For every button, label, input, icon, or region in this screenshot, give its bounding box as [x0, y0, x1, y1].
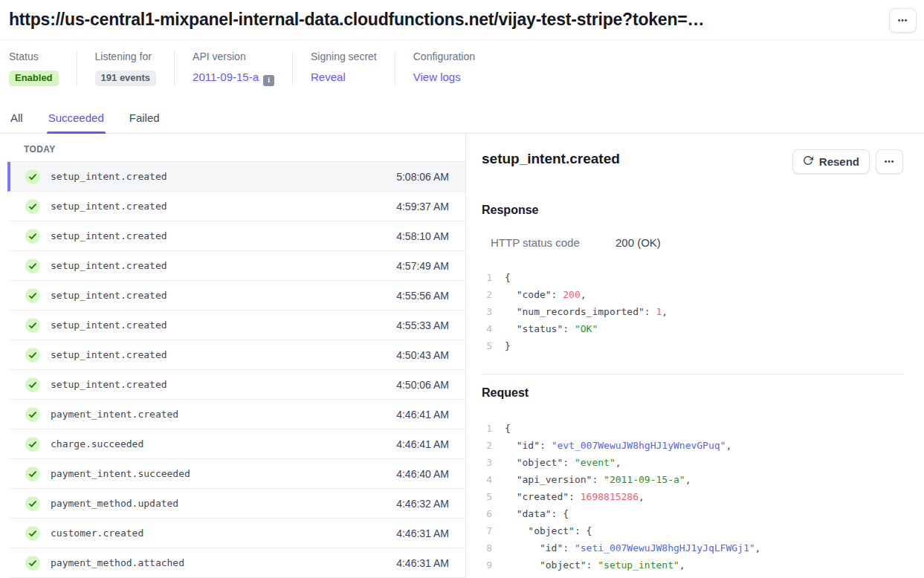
- code-text: }: [505, 337, 511, 354]
- endpoint-meta-row: StatusEnabledListening for191 eventsAPI …: [0, 40, 924, 100]
- code-line: 5}: [482, 337, 903, 354]
- success-check-icon: [25, 169, 40, 184]
- event-row[interactable]: setup_intent.created4:50:06 AM: [7, 370, 465, 400]
- event-row[interactable]: charge.succeeded4:46:41 AM: [7, 429, 465, 459]
- code-text: "status": "OK": [505, 320, 598, 337]
- event-type: payment_intent.succeeded: [51, 468, 396, 479]
- success-check-icon: [25, 199, 40, 214]
- code-text: "api_version": "2011-09-15-a",: [505, 471, 691, 488]
- event-row[interactable]: setup_intent.created4:58:10 AM: [7, 221, 465, 251]
- event-time: 4:46:41 AM: [396, 409, 449, 420]
- event-row[interactable]: payment_method.updated4:46:32 AM: [7, 489, 465, 519]
- section-divider: [482, 374, 903, 374]
- event-row[interactable]: payment_intent.created4:46:41 AM: [7, 400, 465, 429]
- event-time: 5:08:06 AM: [396, 171, 449, 183]
- code-text: "object": "event",: [505, 454, 621, 471]
- success-check-icon: [25, 496, 40, 511]
- detail-overflow-button[interactable]: •••: [876, 149, 903, 174]
- event-row[interactable]: payment_intent.succeeded4:46:40 AM: [7, 459, 465, 489]
- event-time: 4:59:37 AM: [396, 201, 449, 212]
- event-type: setup_intent.created: [51, 260, 396, 271]
- code-line: 5 "created": 1698815286,: [482, 488, 903, 505]
- event-row[interactable]: setup_intent.created5:08:06 AM: [7, 162, 465, 192]
- code-text: "data": {: [505, 505, 569, 522]
- success-check-icon: [25, 526, 40, 541]
- line-number: 3: [482, 454, 492, 471]
- event-time: 4:58:10 AM: [396, 230, 449, 242]
- request-heading: Request: [482, 386, 903, 400]
- event-row[interactable]: setup_intent.created4:50:43 AM: [7, 340, 465, 370]
- meta-column: Signing secretReveal: [292, 51, 395, 85]
- success-check-icon: [25, 467, 40, 481]
- response-code-block: 1{2 "code": 200,3 "num_records_imported"…: [482, 269, 903, 354]
- tab-all[interactable]: All: [9, 105, 25, 133]
- event-row[interactable]: setup_intent.created4:55:33 AM: [7, 311, 465, 340]
- code-line: 1{: [482, 420, 903, 437]
- code-text: "num_records_imported": 1,: [505, 303, 668, 320]
- events-count-badge: 191 events: [95, 71, 157, 86]
- success-check-icon: [25, 348, 40, 363]
- meta-column: ConfigurationView logs: [395, 51, 493, 85]
- line-number: 9: [482, 556, 492, 574]
- code-line: 3 "num_records_imported": 1,: [482, 303, 903, 320]
- ellipsis-icon: •••: [898, 16, 908, 25]
- line-number: 5: [482, 337, 492, 354]
- event-row[interactable]: setup_intent.created4:55:56 AM: [7, 281, 465, 311]
- event-type: setup_intent.created: [51, 319, 396, 331]
- event-type: payment_method.attached: [51, 557, 396, 568]
- code-text: "created": 1698815286,: [505, 488, 644, 505]
- detail-title: setup_intent.created: [482, 149, 620, 169]
- event-time: 4:46:40 AM: [396, 468, 449, 480]
- event-list-pane: TODAY setup_intent.created5:08:06 AMsetu…: [0, 134, 466, 578]
- header-overflow-button[interactable]: •••: [889, 8, 917, 33]
- event-row[interactable]: setup_intent.created4:59:37 AM: [7, 192, 465, 221]
- status-badge: Enabled: [9, 71, 59, 86]
- event-type: customer.created: [51, 527, 396, 539]
- code-text: "object": "setup_intent",: [505, 556, 685, 574]
- code-text: {: [505, 420, 511, 437]
- code-text: {: [505, 269, 511, 286]
- event-list: setup_intent.created5:08:06 AMsetup_inte…: [7, 162, 465, 578]
- meta-value: 2011-09-15-ai: [193, 69, 274, 86]
- code-text: "id": "evt_007WewuJW8hgHJ1yWnevGPuq",: [505, 437, 731, 454]
- event-type: setup_intent.created: [51, 290, 396, 301]
- event-row[interactable]: setup_intent.created4:57:49 AM: [7, 251, 465, 281]
- meta-label: API version: [193, 51, 274, 62]
- success-check-icon: [25, 229, 40, 244]
- event-type: charge.succeeded: [51, 438, 396, 449]
- api-version-link[interactable]: 2011-09-15-a: [193, 71, 259, 83]
- meta-label: Signing secret: [311, 51, 377, 62]
- request-code-block: 1{2 "id": "evt_007WewuJW8hgHJ1yWnevGPuq"…: [482, 420, 903, 574]
- event-time: 4:46:41 AM: [396, 438, 449, 450]
- webhook-endpoint-page: https://us-central1-mixpanel-internal-da…: [0, 0, 924, 578]
- event-detail-pane: setup_intent.created Resend ••• Response…: [466, 134, 924, 578]
- event-row[interactable]: payment_method.attached4:46:31 AM: [7, 548, 465, 578]
- event-type: setup_intent.created: [51, 230, 396, 241]
- event-type: setup_intent.created: [51, 171, 396, 182]
- detail-actions: Resend •••: [792, 149, 903, 174]
- success-check-icon: [25, 437, 40, 452]
- response-heading: Response: [482, 204, 903, 217]
- resend-button[interactable]: Resend: [792, 149, 870, 174]
- success-check-icon: [25, 288, 40, 303]
- detail-header: setup_intent.created Resend •••: [482, 149, 903, 174]
- line-number: 6: [482, 505, 492, 522]
- ellipsis-icon: •••: [885, 158, 895, 166]
- reveal-secret-link[interactable]: Reveal: [311, 71, 346, 83]
- content-split: TODAY setup_intent.created5:08:06 AMsetu…: [0, 134, 924, 578]
- event-type: setup_intent.created: [51, 201, 396, 212]
- event-type: setup_intent.created: [51, 379, 396, 390]
- view-logs-link[interactable]: View logs: [413, 71, 461, 83]
- tab-failed[interactable]: Failed: [128, 105, 161, 133]
- line-number: 2: [482, 437, 492, 454]
- event-row[interactable]: customer.created4:46:31 AM: [7, 519, 465, 548]
- code-line: 9 "object": "setup_intent",: [482, 556, 903, 574]
- page-title: https://us-central1-mixpanel-internal-da…: [9, 8, 704, 30]
- success-check-icon: [25, 259, 40, 273]
- event-type: setup_intent.created: [51, 349, 396, 360]
- code-line: 2 "id": "evt_007WewuJW8hgHJ1yWnevGPuq",: [482, 437, 903, 454]
- event-time: 4:46:31 AM: [396, 527, 449, 539]
- tab-succeeded[interactable]: Succeeded: [47, 105, 106, 133]
- code-line: 4 "status": "OK": [482, 320, 903, 337]
- meta-column: StatusEnabled: [9, 51, 77, 86]
